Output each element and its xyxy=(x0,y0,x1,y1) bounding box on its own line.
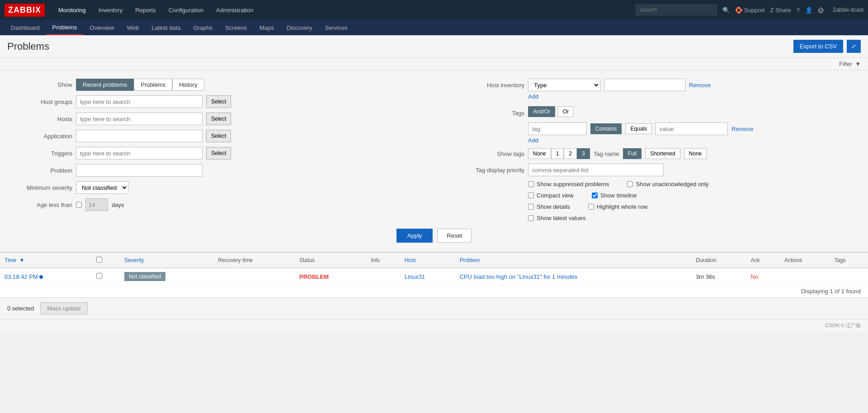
show-latest-values-checkbox[interactable] xyxy=(528,215,534,221)
time-link[interactable]: 03:18:42 PM xyxy=(5,273,38,280)
tag-remove-link[interactable]: Remove xyxy=(731,126,753,132)
triggers-input[interactable] xyxy=(76,147,203,160)
hosts-input[interactable] xyxy=(76,113,203,125)
min-severity-select[interactable]: Not classified Information Warning Avera… xyxy=(76,181,128,194)
show-suppressed-label: Show suppressed problems xyxy=(537,181,609,188)
share-link[interactable]: Z Share xyxy=(770,7,791,14)
row-checkbox[interactable] xyxy=(96,273,102,279)
tags-and-or-button[interactable]: And/Or xyxy=(528,106,555,117)
support-link[interactable]: 🛟 Support xyxy=(735,7,764,14)
subnav-overview[interactable]: Overview xyxy=(84,21,121,35)
filter-icon[interactable]: ▼ xyxy=(855,61,861,67)
application-select-button[interactable]: Select xyxy=(206,130,231,142)
subnav-discovery[interactable]: Discovery xyxy=(280,21,319,35)
tab-history[interactable]: History xyxy=(172,79,204,91)
show-timeline-checkbox[interactable] xyxy=(592,192,598,198)
table-header-row: Time ▼ Severity Recovery time Status Inf… xyxy=(0,253,868,268)
host-link[interactable]: Linux31 xyxy=(405,273,425,280)
power-icon[interactable]: ⏻ xyxy=(818,7,824,14)
sub-nav: Dashboard Problems Overview Web Latest d… xyxy=(0,20,868,35)
compact-timeline-row: Compact view Show timeline xyxy=(528,192,854,199)
subnav-latest-data[interactable]: Latest data xyxy=(145,21,187,35)
host-inventory-value-input[interactable] xyxy=(604,79,685,91)
host-groups-select-button[interactable]: Select xyxy=(206,95,231,108)
subnav-screens[interactable]: Screens xyxy=(219,21,253,35)
tab-problems[interactable]: Problems xyxy=(134,79,172,91)
host-inventory-add-link[interactable]: Add xyxy=(528,93,538,100)
show-tags-none-button[interactable]: None xyxy=(528,148,551,159)
compact-view-checkbox[interactable] xyxy=(528,192,534,198)
nav-configuration[interactable]: Configuration xyxy=(162,1,210,19)
expand-button[interactable]: ⤢ xyxy=(847,40,861,53)
tag-contains-button[interactable]: Contains xyxy=(590,123,622,134)
header-actions: Export to CSV ⤢ xyxy=(793,40,861,53)
cell-tags xyxy=(830,268,868,285)
age-checkbox[interactable] xyxy=(76,202,82,208)
tab-recent-problems[interactable]: Recent problems xyxy=(76,79,134,91)
nav-administration[interactable]: Administration xyxy=(210,1,259,19)
subnav-problems[interactable]: Problems xyxy=(46,20,84,35)
subnav-maps[interactable]: Maps xyxy=(253,21,280,35)
subnav-services[interactable]: Services xyxy=(319,21,354,35)
triggers-select-button[interactable]: Select xyxy=(206,147,231,160)
tag-display-priority-input[interactable] xyxy=(528,164,664,176)
hosts-select-button[interactable]: Select xyxy=(206,113,231,125)
col-ack: Ack xyxy=(746,253,780,268)
hosts-row: Hosts Select xyxy=(14,113,425,125)
show-tags-1-button[interactable]: 1 xyxy=(551,148,564,159)
application-row: Application Select xyxy=(14,130,425,142)
tag-equals-button[interactable]: Equals xyxy=(625,123,652,134)
suppressed-unacknowledged-row: Show suppressed problems Show unacknowle… xyxy=(528,181,854,188)
highlight-whole-row-checkbox[interactable] xyxy=(588,204,594,210)
nav-monitoring[interactable]: Monitoring xyxy=(52,1,92,19)
problem-input[interactable] xyxy=(76,164,203,177)
host-inventory-remove-link[interactable]: Remove xyxy=(689,82,711,89)
tags-or-button[interactable]: Or xyxy=(558,106,574,117)
show-latest-values-label: Show latest values xyxy=(537,215,585,221)
host-inventory-row: Host inventory Type Name Alias OS Hardwa… xyxy=(443,79,854,91)
tag-style-full-button[interactable]: Full xyxy=(623,148,642,159)
show-unacknowledged-checkbox[interactable] xyxy=(627,181,633,187)
tag-display-priority-label: Tag display priority xyxy=(443,167,524,174)
search-icon[interactable]: 🔍 xyxy=(722,7,730,14)
export-csv-button[interactable]: Export to CSV xyxy=(793,40,843,53)
nav-menu: Monitoring Inventory Reports Configurati… xyxy=(52,1,636,19)
tag-value-input[interactable] xyxy=(656,122,728,135)
status-problem-text: PROBLEM xyxy=(299,273,329,280)
host-groups-input[interactable] xyxy=(76,95,203,108)
user-icon[interactable]: 👤 xyxy=(805,7,812,14)
application-input[interactable] xyxy=(76,130,203,142)
problem-description-link[interactable]: CPU load too high on "Linux31" for 1 min… xyxy=(460,273,578,280)
tag-style-shortened-button[interactable]: Shortened xyxy=(645,148,680,159)
reset-button[interactable]: Reset xyxy=(437,229,472,243)
cell-time: 03:18:42 PM xyxy=(0,268,92,285)
cell-host: Linux31 xyxy=(400,268,455,285)
displaying-text: Displaying 1 of 1 found xyxy=(0,285,868,297)
search-input[interactable] xyxy=(636,5,717,15)
nav-inventory[interactable]: Inventory xyxy=(92,1,129,19)
subnav-dashboard[interactable]: Dashboard xyxy=(5,21,46,35)
tag-style-none-button[interactable]: None xyxy=(684,148,707,159)
tag-name-label: Tag name xyxy=(594,150,619,157)
select-all-checkbox[interactable] xyxy=(96,257,102,263)
compact-view-item: Compact view xyxy=(528,192,574,199)
nav-reports[interactable]: Reports xyxy=(129,1,162,19)
apply-button[interactable]: Apply xyxy=(396,229,433,243)
show-unacknowledged-label: Show unacknowledged only xyxy=(636,181,708,188)
show-suppressed-checkbox[interactable] xyxy=(528,181,534,187)
host-inventory-select[interactable]: Type Name Alias OS Hardware xyxy=(528,79,600,91)
subnav-web[interactable]: Web xyxy=(121,21,146,35)
show-tags-2-button[interactable]: 2 xyxy=(564,148,577,159)
mass-update-button[interactable]: Mass update xyxy=(40,302,87,314)
subnav-graphs[interactable]: Graphs xyxy=(187,21,219,35)
cell-info xyxy=(366,268,400,285)
tag-name-input[interactable] xyxy=(528,122,587,135)
show-details-checkbox[interactable] xyxy=(528,204,534,210)
show-tags-3-button[interactable]: 3 xyxy=(577,148,590,159)
tag-add-link[interactable]: Add xyxy=(528,137,538,144)
help-icon[interactable]: ? xyxy=(797,7,800,14)
show-suppressed-item: Show suppressed problems xyxy=(528,181,609,188)
col-status: Status xyxy=(295,253,366,268)
col-time[interactable]: Time ▼ xyxy=(0,253,92,268)
age-number-input[interactable] xyxy=(85,198,108,211)
